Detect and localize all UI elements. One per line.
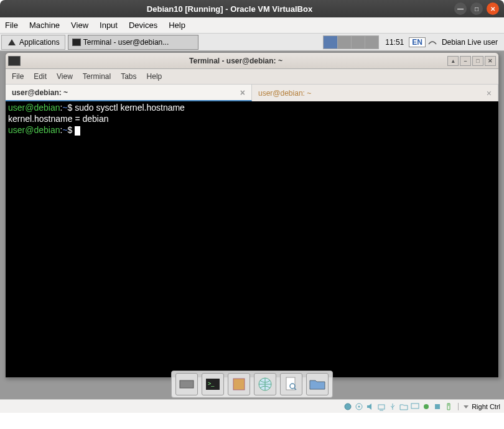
terminal-icon <box>72 39 81 46</box>
prompt-user-2: user@debian <box>8 125 60 135</box>
vbox-maximize-button[interactable]: □ <box>470 2 483 15</box>
terminal-window-title: Terminal - user@debian: ~ <box>24 57 447 65</box>
terminal-menubar: File Edit View Terminal Tabs Help <box>6 69 498 84</box>
network-icon[interactable] <box>427 38 438 47</box>
workspace-2[interactable] <box>337 36 351 48</box>
terminal-window-controls: ▴ – □ ✕ <box>447 56 496 66</box>
svg-point-15 <box>424 404 429 409</box>
terminal-title-icon <box>8 56 21 66</box>
keyboard-layout-indicator[interactable]: EN <box>409 37 426 47</box>
vbox-window-title: Debian10 [Running] - Oracle VM VirtualBo… <box>5 4 454 14</box>
prompt-end-2: $ <box>68 125 75 135</box>
vbox-statusbar: Right Ctrl <box>0 399 504 413</box>
terminal-icon: >_ <box>205 378 220 390</box>
terminal-titlebar[interactable]: Terminal - user@debian: ~ ▴ – □ ✕ <box>6 53 498 69</box>
svg-text:>_: >_ <box>208 381 215 387</box>
terminal-tab-1-label: user@debian: ~ <box>12 88 68 97</box>
terminal-tabbar: user@debian: ~ × user@debian: ~ × <box>6 84 498 101</box>
folder-icon <box>309 378 325 390</box>
vbox-menu-input[interactable]: Input <box>100 21 118 30</box>
prompt-path-2: ~ <box>62 125 67 135</box>
dock-show-desktop[interactable] <box>175 373 198 395</box>
vbox-menu-file[interactable]: File <box>5 21 18 30</box>
vbox-titlebar: Debian10 [Running] - Oracle VM VirtualBo… <box>0 0 504 17</box>
prompt-end: $ <box>68 103 75 113</box>
workspace-switcher[interactable] <box>323 35 379 49</box>
xfce-dock: >_ <box>171 371 333 398</box>
terminal-tab-2[interactable]: user@debian: ~ × <box>252 85 498 101</box>
vbox-optical-icon[interactable] <box>355 402 363 411</box>
workspace-3[interactable] <box>351 36 365 48</box>
taskbar-button-label: Terminal - user@debian... <box>83 38 169 47</box>
vbox-menu-machine[interactable]: Machine <box>29 21 60 30</box>
vbox-audio-icon[interactable] <box>366 402 375 411</box>
terminal-menu-tabs[interactable]: Tabs <box>121 72 136 81</box>
terminal-window: Terminal - user@debian: ~ ▴ – □ ✕ File E… <box>5 52 499 378</box>
vbox-close-button[interactable]: ✕ <box>487 2 499 15</box>
terminal-menu-edit[interactable]: Edit <box>34 72 47 81</box>
vbox-shared-folder-icon[interactable] <box>399 402 408 411</box>
dock-search[interactable] <box>280 373 302 395</box>
terminal-body[interactable]: user@debian:~$ sudo sysctl kernel.hostna… <box>6 101 498 377</box>
vbox-cpu-icon[interactable] <box>433 402 442 411</box>
terminal-tab-1[interactable]: user@debian: ~ × <box>6 85 252 101</box>
svg-rect-12 <box>378 405 385 409</box>
globe-icon <box>258 377 273 392</box>
vbox-network-icon[interactable] <box>377 402 386 411</box>
vbox-hostkey-label: Right Ctrl <box>472 403 500 410</box>
applications-menu-button[interactable]: Applications <box>1 35 65 50</box>
vbox-usb-icon[interactable] <box>388 402 397 411</box>
terminal-menu-file[interactable]: File <box>12 72 24 81</box>
terminal-maximize-button[interactable]: □ <box>472 56 483 66</box>
workspace-1[interactable] <box>324 36 337 48</box>
vbox-display-icon[interactable] <box>411 402 419 411</box>
terminal-tab-2-close-button[interactable]: × <box>487 88 492 98</box>
prompt-path: ~ <box>62 103 67 113</box>
svg-point-0 <box>11 42 13 44</box>
svg-rect-1 <box>180 381 194 388</box>
terminal-cursor <box>75 126 80 136</box>
svg-rect-4 <box>233 379 245 390</box>
terminal-menu-help[interactable]: Help <box>147 72 162 81</box>
document-search-icon <box>284 377 298 392</box>
dock-terminal[interactable]: >_ <box>202 373 224 395</box>
terminal-tab-1-close-button[interactable]: × <box>240 88 245 98</box>
workspace-4[interactable] <box>365 36 378 48</box>
terminal-menu-terminal[interactable]: Terminal <box>83 72 111 81</box>
terminal-output-1: kernel.hostname = debian <box>8 114 109 124</box>
vbox-hostkey-indicator[interactable]: Right Ctrl <box>458 403 500 410</box>
vbox-recording-icon[interactable] <box>422 402 431 411</box>
vbox-menu-help[interactable]: Help <box>169 21 185 30</box>
terminal-close-button[interactable]: ✕ <box>485 56 496 66</box>
arrow-down-icon <box>462 403 470 410</box>
xfce-panel: Applications Terminal - user@debian... 1… <box>0 34 504 51</box>
terminal-keep-above-button[interactable]: ▴ <box>447 56 459 66</box>
dock-file-manager[interactable] <box>228 373 250 395</box>
terminal-tab-2-label: user@debian: ~ <box>258 89 311 98</box>
dock-web-browser[interactable] <box>254 373 276 395</box>
guest-desktop: Applications Terminal - user@debian... 1… <box>0 34 504 399</box>
svg-rect-16 <box>435 404 440 409</box>
vbox-hdd-icon[interactable] <box>343 402 352 411</box>
vbox-menubar: File Machine View Input Devices Help <box>0 17 504 34</box>
vbox-menu-view[interactable]: View <box>71 21 88 30</box>
desktop-icon <box>179 379 194 389</box>
panel-clock[interactable]: 11:51 <box>381 38 408 47</box>
vbox-window-controls: — □ ✕ <box>454 2 499 15</box>
taskbar-button-terminal[interactable]: Terminal - user@debian... <box>68 35 198 50</box>
svg-rect-14 <box>411 404 419 408</box>
applications-label: Applications <box>19 38 60 47</box>
drive-icon <box>232 377 246 391</box>
terminal-minimize-button[interactable]: – <box>460 56 471 66</box>
vbox-mouse-integration-icon[interactable] <box>444 402 453 411</box>
vbox-menu-devices[interactable]: Devices <box>129 21 157 30</box>
svg-point-9 <box>345 404 351 410</box>
prompt-user: user@debian <box>8 103 60 113</box>
panel-user-label[interactable]: Debian Live user <box>438 38 502 47</box>
mouse-icon <box>7 38 17 47</box>
svg-point-11 <box>358 405 360 407</box>
terminal-command-1: sudo sysctl kernel.hostname <box>75 103 185 113</box>
dock-folder[interactable] <box>306 373 329 395</box>
terminal-menu-view[interactable]: View <box>57 72 73 81</box>
vbox-minimize-button[interactable]: — <box>454 2 467 15</box>
